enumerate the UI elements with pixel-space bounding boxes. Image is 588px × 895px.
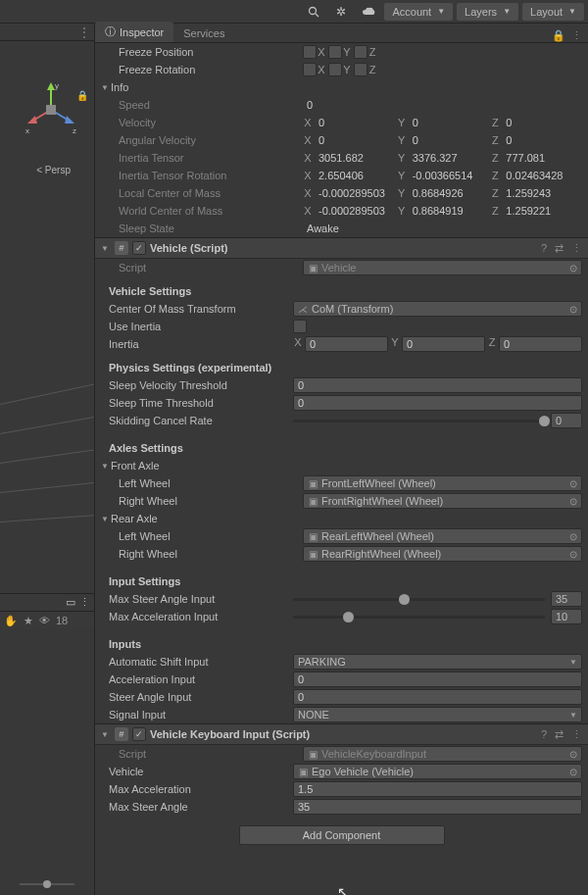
fr-wheel-ref[interactable]: ▣FrontRightWheel (Wheel)⊙ <box>303 493 582 509</box>
lock-icon[interactable]: 🔒 <box>552 29 565 42</box>
help-icon[interactable]: ? <box>541 728 547 741</box>
kebab-icon[interactable]: ⋮ <box>571 242 582 255</box>
svg-text:x: x <box>25 126 29 135</box>
vehicle-settings-label: Vehicle Settings <box>95 282 588 300</box>
account-dropdown[interactable]: Account▼ <box>384 3 453 21</box>
script-ref: ▣Vehicle⊙ <box>303 260 582 275</box>
account-label: Account <box>392 6 431 18</box>
steer-input[interactable]: 0 <box>293 689 582 705</box>
scene-grid <box>0 394 94 590</box>
eye-icon[interactable]: 👁 <box>39 615 50 626</box>
script-icon: # <box>115 241 128 255</box>
chevron-down-icon: ▼ <box>568 7 576 16</box>
svg-marker-3 <box>47 82 55 90</box>
signal-select[interactable]: NONE▼ <box>293 707 582 722</box>
layers-label: Layers <box>465 6 497 18</box>
inertia-x[interactable]: 0 <box>305 336 388 352</box>
use-inertia-checkbox[interactable] <box>293 320 307 333</box>
inertia-y[interactable]: 0 <box>402 336 485 352</box>
cloud-icon[interactable] <box>357 3 380 21</box>
accel-input[interactable]: 0 <box>293 671 582 687</box>
front-axle-foldout[interactable]: ▼Front Axle <box>95 457 588 474</box>
scene-column: ⋮ y x z 🔒 < Persp <box>0 24 94 895</box>
fl-wheel-ref[interactable]: ▣FrontLeftWheel (Wheel)⊙ <box>303 475 582 491</box>
hand-icon[interactable]: ✋ <box>4 615 18 627</box>
freeze-rot-x[interactable] <box>303 63 317 76</box>
freeze-rot-y[interactable] <box>328 63 342 76</box>
script-icon: # <box>115 727 128 741</box>
svg-text:z: z <box>73 126 76 135</box>
rr-wheel-ref[interactable]: ▣RearRightWheel (Wheel)⊙ <box>303 546 582 562</box>
freeze-pos-z[interactable] <box>354 45 368 59</box>
star-icon[interactable]: ★ <box>24 615 33 627</box>
chevron-down-icon: ▼ <box>503 7 511 16</box>
auto-shift-select[interactable]: PARKING▼ <box>293 654 582 670</box>
freeze-pos-x[interactable] <box>303 45 317 59</box>
kebab-icon[interactable]: ⋮ <box>78 25 90 39</box>
search-icon[interactable] <box>302 3 325 21</box>
sleep-state-value: Awake <box>303 223 582 234</box>
layout-dropdown[interactable]: Layout▼ <box>522 3 584 21</box>
scene-header: ⋮ <box>0 24 94 41</box>
info-icon: ⓘ <box>105 25 116 39</box>
dock-icon[interactable]: ▭ <box>66 596 75 609</box>
svg-text:y: y <box>55 81 59 90</box>
preset-icon[interactable]: ⇄ <box>555 728 564 741</box>
svg-point-0 <box>310 7 317 14</box>
add-component-button[interactable]: Add Component <box>239 825 445 845</box>
kb-script-ref: ▣VehicleKeyboardInput⊙ <box>303 746 582 762</box>
chevron-down-icon: ▼ <box>437 7 445 16</box>
zoom-slider[interactable] <box>20 879 74 889</box>
keyboard-component-header[interactable]: ▼ # ✓ Vehicle Keyboard Input (Script) ?⇄… <box>95 723 588 745</box>
physics-settings-label: Physics Settings (experimental) <box>95 359 588 376</box>
kebab-icon[interactable]: ⋮ <box>571 29 582 42</box>
inspector-column: ⓘInspector Services 🔒⋮ Freeze Position X… <box>94 24 588 895</box>
tab-bar: ⓘInspector Services 🔒⋮ <box>95 24 588 43</box>
com-ref[interactable]: ⋌CoM (Transform)⊙ <box>293 301 582 317</box>
layers-dropdown[interactable]: Layers▼ <box>457 3 518 21</box>
kebab-icon[interactable]: ⋮ <box>571 728 582 741</box>
freeze-pos-y[interactable] <box>328 45 342 59</box>
freeze-rotation-row: Freeze Rotation X Y Z <box>95 61 588 78</box>
layout-label: Layout <box>530 6 563 18</box>
freeze-position-row: Freeze Position X Y Z <box>95 43 588 61</box>
kebab-icon[interactable]: ⋮ <box>79 596 90 609</box>
speed-value: 0 <box>303 99 582 111</box>
freeze-rot-z[interactable] <box>354 63 368 76</box>
lock-icon[interactable]: 🔒 <box>76 90 88 101</box>
max-accel-slider[interactable] <box>293 616 545 619</box>
kb-vehicle-ref[interactable]: ▣Ego Vehicle (Vehicle)⊙ <box>293 764 582 779</box>
enabled-checkbox[interactable]: ✓ <box>132 241 146 255</box>
light-icon[interactable]: ✲ <box>329 3 353 21</box>
camera-mode[interactable]: < Persp <box>36 165 71 175</box>
vehicle-component-header[interactable]: ▼ # ✓ Vehicle (Script) ?⇄⋮ <box>95 237 588 259</box>
enabled-checkbox[interactable]: ✓ <box>132 727 146 741</box>
help-icon[interactable]: ? <box>541 242 547 255</box>
sleep-time-input[interactable]: 0 <box>293 395 582 411</box>
svg-rect-8 <box>46 105 56 115</box>
visibility-count: 18 <box>56 615 68 626</box>
svg-marker-7 <box>65 116 74 124</box>
preset-icon[interactable]: ⇄ <box>555 242 564 255</box>
project-panel: ✋ ★ 👁 18 <box>0 611 94 895</box>
tab-inspector[interactable]: ⓘInspector <box>95 22 173 42</box>
scene-toolbar: ▭ ⋮ <box>0 593 94 611</box>
axles-settings-label: Axles Settings <box>95 439 588 457</box>
kb-max-steer[interactable]: 35 <box>293 799 582 815</box>
skidding-slider[interactable] <box>293 420 545 423</box>
kb-max-accel[interactable]: 1.5 <box>293 781 582 797</box>
tab-services[interactable]: Services <box>173 25 234 42</box>
info-foldout[interactable]: ▼Info <box>95 78 588 96</box>
rl-wheel-ref[interactable]: ▣RearLeftWheel (Wheel)⊙ <box>303 528 582 544</box>
top-toolbar: ✲ Account▼ Layers▼ Layout▼ <box>0 0 588 24</box>
max-steer-slider[interactable] <box>293 598 545 601</box>
rear-axle-foldout[interactable]: ▼Rear Axle <box>95 510 588 527</box>
orientation-gizmo[interactable]: y x z <box>22 80 80 139</box>
svg-marker-5 <box>27 116 37 124</box>
inertia-z[interactable]: 0 <box>499 336 582 352</box>
sleep-vel-input[interactable]: 0 <box>293 377 582 393</box>
scene-view[interactable]: y x z 🔒 < Persp <box>0 41 94 593</box>
svg-line-1 <box>316 14 318 17</box>
input-settings-label: Input Settings <box>95 572 588 590</box>
inputs-label: Inputs <box>95 635 588 653</box>
